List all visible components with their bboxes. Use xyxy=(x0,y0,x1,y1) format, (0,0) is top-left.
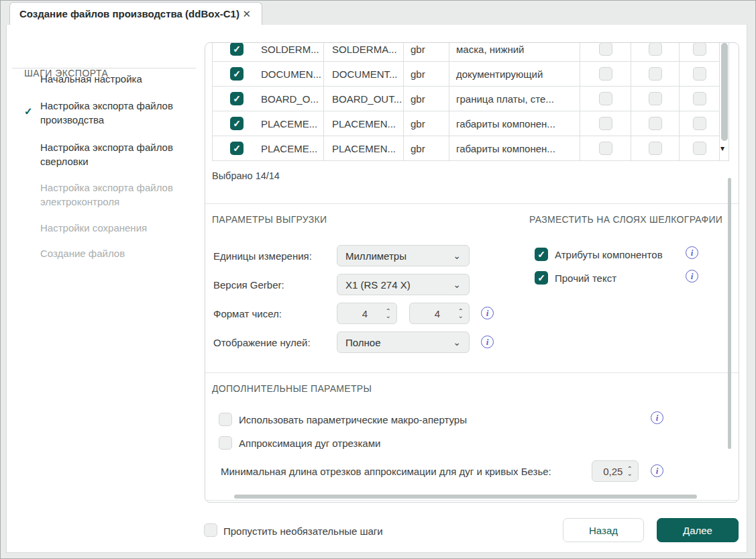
extension-cell: gbr xyxy=(411,93,425,105)
gerber-name-cell: PLACEMEN... xyxy=(332,143,396,154)
step-label: Настройки сохранения xyxy=(40,222,147,234)
panel-scrollbar-thumb[interactable] xyxy=(728,178,731,449)
back-button-label: Назад xyxy=(589,525,618,536)
sidebar-item-production-export[interactable]: ✓ Настройка экспорта файлов производства xyxy=(40,99,203,127)
gerber-name-cell: DOCUMENT... xyxy=(332,68,398,80)
close-icon[interactable]: ✕ xyxy=(241,8,252,20)
layer-option-checkbox[interactable] xyxy=(693,117,706,130)
window-tab[interactable]: Создание файлов производства (ddBox-C1) … xyxy=(9,2,262,25)
macro-apertures-label: Использовать параметрические макро-аперт… xyxy=(239,414,467,425)
layer-option-checkbox[interactable] xyxy=(599,42,612,56)
format-int-stepper[interactable]: 4 ⌃⌄ xyxy=(337,303,397,324)
step-done-check-icon: ✓ xyxy=(24,104,33,118)
section-divider xyxy=(205,203,739,204)
sidebar-item-drill-export[interactable]: Настройка экспорта файлов сверловки xyxy=(40,140,203,168)
file-name-cell: DOCUMEN... xyxy=(261,68,321,80)
step-label: Настройка экспорта файлов сверловки xyxy=(40,142,173,167)
extension-cell: gbr xyxy=(411,68,425,80)
check-icon: ✓ xyxy=(233,68,241,79)
component-attributes-checkbox[interactable]: ✓ xyxy=(535,248,548,261)
zeros-dropdown[interactable]: Полное ⌄ xyxy=(337,332,470,353)
sidebar-item-initial-setup[interactable]: Начальная настройка xyxy=(40,72,203,86)
scroll-divider xyxy=(205,500,739,501)
step-label: Настройка экспорта файлов производства xyxy=(40,100,173,125)
arc-approximation-label: Аппроксимация дуг отрезками xyxy=(239,438,380,449)
layer-option-checkbox[interactable] xyxy=(693,142,706,155)
check-icon: ✓ xyxy=(233,118,241,129)
table-row[interactable]: ✓BOARD_O... BOARD_OUT... gbr граница пла… xyxy=(213,87,720,111)
sidebar-item-etest-export: Настройка экспорта файлов электроконтрол… xyxy=(40,181,203,209)
row-checkbox[interactable]: ✓ xyxy=(230,67,244,81)
layer-option-checkbox[interactable] xyxy=(649,117,662,130)
row-checkbox[interactable]: ✓ xyxy=(230,142,244,155)
row-checkbox[interactable]: ✓ xyxy=(230,117,244,130)
skip-optional-steps-checkbox[interactable] xyxy=(204,523,217,537)
layers-table: ✓SOLDERM... SOLDERMA... gbr маска, нижни… xyxy=(212,42,720,161)
min-segment-length-label: Минимальная длина отрезков аппроксимации… xyxy=(221,466,551,477)
horizontal-scrollbar-thumb[interactable] xyxy=(234,495,697,499)
gerber-version-value: X1 (RS 274 X) xyxy=(345,279,411,291)
info-icon[interactable]: i xyxy=(481,307,494,319)
chevron-down-icon: ⌄ xyxy=(453,252,461,259)
layer-option-checkbox[interactable] xyxy=(693,92,706,105)
zeros-label: Отображение нулей: xyxy=(213,337,311,348)
layer-option-checkbox[interactable] xyxy=(649,142,662,155)
table-scrollbar-thumb[interactable] xyxy=(721,43,728,141)
macro-apertures-checkbox[interactable] xyxy=(219,413,232,426)
info-icon[interactable]: i xyxy=(686,246,698,259)
layer-option-checkbox[interactable] xyxy=(599,117,612,130)
check-icon: ✓ xyxy=(233,93,241,104)
layer-option-checkbox[interactable] xyxy=(693,42,706,56)
layer-option-checkbox[interactable] xyxy=(599,142,612,155)
file-name-cell: SOLDERM... xyxy=(261,44,319,55)
check-icon: ✓ xyxy=(537,249,545,260)
other-text-label: Прочий текст xyxy=(555,272,616,284)
table-row[interactable]: ✓PLACEME... PLACEMEN... gbr габариты ком… xyxy=(213,111,720,136)
gerber-name-cell: SOLDERMA... xyxy=(332,44,397,55)
layer-option-checkbox[interactable] xyxy=(599,92,612,105)
next-button[interactable]: Далее xyxy=(657,518,739,542)
next-button-label: Далее xyxy=(683,525,712,536)
info-icon[interactable]: i xyxy=(686,270,698,283)
check-icon: ✓ xyxy=(537,272,545,283)
layer-option-checkbox[interactable] xyxy=(649,67,662,81)
stepper-arrows-icon[interactable]: ⌃⌄ xyxy=(627,466,633,476)
min-segment-length-stepper[interactable]: 0,25 ⌃⌄ xyxy=(592,460,639,482)
layer-option-checkbox[interactable] xyxy=(693,67,706,81)
table-scrollbar[interactable]: ▾ xyxy=(720,42,729,161)
sidebar-item-file-creation: Создание файлов xyxy=(40,246,203,260)
layer-option-checkbox[interactable] xyxy=(649,42,662,56)
layer-option-checkbox[interactable] xyxy=(649,92,662,105)
description-cell: маска, нижний xyxy=(456,44,524,55)
format-int-value: 4 xyxy=(344,308,386,319)
info-icon[interactable]: i xyxy=(651,464,663,477)
number-format-label: Формат чисел: xyxy=(213,308,282,319)
units-dropdown[interactable]: Миллиметры ⌄ xyxy=(337,245,470,266)
format-frac-stepper[interactable]: 4 ⌃⌄ xyxy=(409,303,470,324)
back-button[interactable]: Назад xyxy=(563,518,644,542)
check-icon: ✓ xyxy=(233,44,241,54)
stepper-arrows-icon[interactable]: ⌃⌄ xyxy=(386,309,391,318)
component-attributes-label: Атрибуты компонентов xyxy=(555,249,663,260)
gerber-version-dropdown[interactable]: X1 (RS 274 X) ⌄ xyxy=(337,274,470,295)
row-checkbox[interactable]: ✓ xyxy=(230,92,244,105)
row-checkbox[interactable]: ✓ xyxy=(230,42,244,56)
stepper-arrows-icon[interactable]: ⌃⌄ xyxy=(458,309,464,318)
arc-approximation-checkbox[interactable] xyxy=(219,436,232,450)
table-row[interactable]: ✓PLACEME... PLACEMEN... gbr габариты ком… xyxy=(213,136,720,161)
scroll-down-arrow-icon[interactable]: ▾ xyxy=(720,144,724,152)
table-row[interactable]: ✓SOLDERM... SOLDERMA... gbr маска, нижни… xyxy=(213,42,720,62)
additional-params-title: ДОПОЛНИТЕЛЬНЫЕ ПАРАМЕТРЫ xyxy=(212,383,372,394)
description-cell: документирующий xyxy=(456,68,543,80)
description-cell: габариты компонен... xyxy=(456,143,555,154)
description-cell: габариты компонен... xyxy=(456,118,555,130)
tab-title: Создание файлов производства (ddBox-C1) xyxy=(19,8,239,19)
table-row[interactable]: ✓DOCUMEN... DOCUMENT... gbr документирую… xyxy=(213,62,720,87)
selection-summary: Выбрано 14/14 xyxy=(212,170,280,181)
layer-option-checkbox[interactable] xyxy=(599,67,612,81)
info-icon[interactable]: i xyxy=(481,336,494,348)
step-label: Создание файлов xyxy=(40,248,125,259)
silkscreen-title: РАЗМЕСТИТЬ НА СЛОЯХ ШЕЛКОГРАФИИ xyxy=(529,214,722,225)
other-text-checkbox[interactable]: ✓ xyxy=(535,271,548,285)
info-icon[interactable]: i xyxy=(651,411,663,424)
